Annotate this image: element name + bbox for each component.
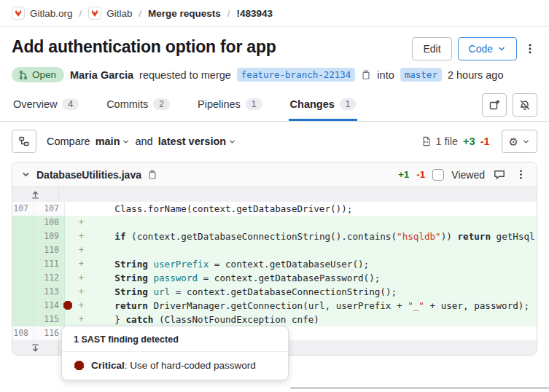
diff-file-header: DatabaseUtilities.java +1 -1 Viewed [12,162,537,187]
additions-count: +3 [463,136,475,147]
mr-actions-menu-button[interactable] [523,40,537,58]
base-ref-dropdown[interactable]: main [96,136,131,147]
breadcrumb-item-group[interactable]: Gitlab.org [12,7,73,20]
expand-up-row[interactable] [12,187,537,202]
diff-line-marker: + [65,230,90,243]
into-text: into [377,69,394,81]
changed-files-summary: 1 file [421,136,458,147]
diff-line-marker: + [65,313,90,326]
sast-finding-text: Critical: Use of hard-coded password [91,360,256,371]
old-line-number[interactable] [12,257,34,271]
chevron-down-icon [497,44,506,53]
tab-count-badge: 2 [153,98,170,110]
code-line [90,243,537,257]
diff-settings-button[interactable]: ⚙ [502,130,537,153]
compare-label: Compare [47,136,90,147]
chevron-down-icon [122,138,130,146]
viewed-checkbox[interactable] [432,169,444,181]
sast-popover-title: 1 SAST finding detected [62,326,288,352]
edit-button[interactable]: Edit [412,37,451,60]
diff-line-marker: + [65,285,90,299]
collapse-file-button[interactable] [21,170,31,179]
kebab-menu-icon [524,43,536,55]
tab-pipelines[interactable]: Pipelines 1 [196,90,264,121]
breadcrumb-label: !483943 [236,8,273,19]
new-line-number[interactable]: 115 [34,313,65,326]
copy-file-path-button[interactable] [147,170,157,180]
breadcrumb-separator: / [139,8,141,19]
diff-row-line-113: 113+ String url = context.getDatabaseCon… [12,285,537,299]
diff-row-line-115: 115+ } catch (ClassNotFoundException cnf… [12,313,537,326]
old-line-number[interactable] [12,271,34,285]
project-avatar [88,7,101,20]
new-line-number[interactable]: 107 [34,202,65,216]
diff-sign: + [79,271,90,285]
new-line-number[interactable]: 114 [34,299,65,313]
new-line-number[interactable]: 109 [34,230,65,243]
mr-author[interactable]: Maria Garcia [70,69,133,81]
breadcrumb-item-merge-requests[interactable]: Merge requests [148,8,221,19]
code-line: } catch (ClassNotFoundException cnfe) [90,313,537,326]
new-line-number[interactable]: 116 [34,326,65,340]
breadcrumb-item-mr-id[interactable]: !483943 [236,8,273,19]
file-name[interactable]: DatabaseUtilities.java [36,169,141,181]
diff-row-line-107: 107107 Class.forName(context.getDatabase… [12,202,537,216]
critical-octagon-icon [74,360,85,371]
horizontal-scrollbar[interactable] [290,387,549,389]
new-line-number[interactable]: 112 [34,271,65,285]
tab-changes[interactable]: Changes 1 [289,90,358,121]
diff-line-marker: + [65,216,90,230]
source-branch-label[interactable]: feature-branch-22134 [237,68,356,82]
copy-icon [361,70,371,80]
code-line: String password = context.getDatabasePas… [90,271,537,285]
new-line-number[interactable]: 113 [34,285,65,299]
notifications-off-icon [519,99,531,111]
tab-commits[interactable]: Commits 2 [105,90,171,121]
old-line-number[interactable] [12,230,34,243]
merge-request-icon [18,70,28,80]
old-line-number[interactable] [12,243,34,257]
old-line-number[interactable] [12,216,34,230]
chevron-down-icon [228,138,236,146]
file-options-menu-button[interactable] [514,166,528,183]
new-line-number[interactable]: 110 [34,243,65,257]
breadcrumb-item-project[interactable]: Gitlab [88,7,132,20]
diff-row-line-112: 112+ String password = context.getDataba… [12,271,537,285]
sast-finding-icon[interactable] [63,300,73,310]
old-line-number[interactable]: 107 [12,202,34,216]
file-icon [421,136,432,146]
expand-down-icon[interactable] [12,340,59,355]
kebab-menu-icon [515,169,526,180]
new-line-number[interactable]: 111 [34,257,65,271]
old-line-number[interactable] [12,285,34,299]
code-button[interactable]: Code [458,37,517,60]
status-badge: Open [12,67,64,82]
sast-finding-item[interactable]: Critical: Use of hard-coded password [62,352,288,380]
comment-on-file-button[interactable] [492,166,507,184]
tab-overview[interactable]: Overview 4 [12,90,80,121]
old-line-number[interactable] [12,313,34,326]
requested-text: requested to merge [139,69,231,81]
copy-branch-button[interactable] [361,70,371,80]
diff-line-marker: + [65,243,90,257]
target-branch-label[interactable]: master [400,68,442,82]
comment-icon [494,169,505,181]
chevron-down-icon [522,138,530,146]
notifications-off-button[interactable] [513,93,537,117]
old-line-number[interactable]: 108 [12,326,34,340]
diff-sign: + [79,313,90,326]
diff-row-line-110: 110+ [12,243,537,257]
new-line-number[interactable]: 108 [34,216,65,230]
project-avatar [12,7,25,20]
diff-row-line-111: 111+ String userPrefix = context.getData… [12,257,537,271]
expand-up-icon[interactable] [12,187,59,202]
viewed-label: Viewed [451,169,485,181]
file-browser-toggle-button[interactable] [12,130,36,153]
tab-count-badge: 1 [246,98,262,110]
breadcrumb-separator: / [79,8,82,19]
expand-panel-button[interactable] [482,93,507,117]
copy-icon [147,170,157,180]
version-dropdown[interactable]: latest version [158,136,237,147]
old-line-number[interactable] [12,299,34,313]
diff-sign: + [79,230,90,243]
